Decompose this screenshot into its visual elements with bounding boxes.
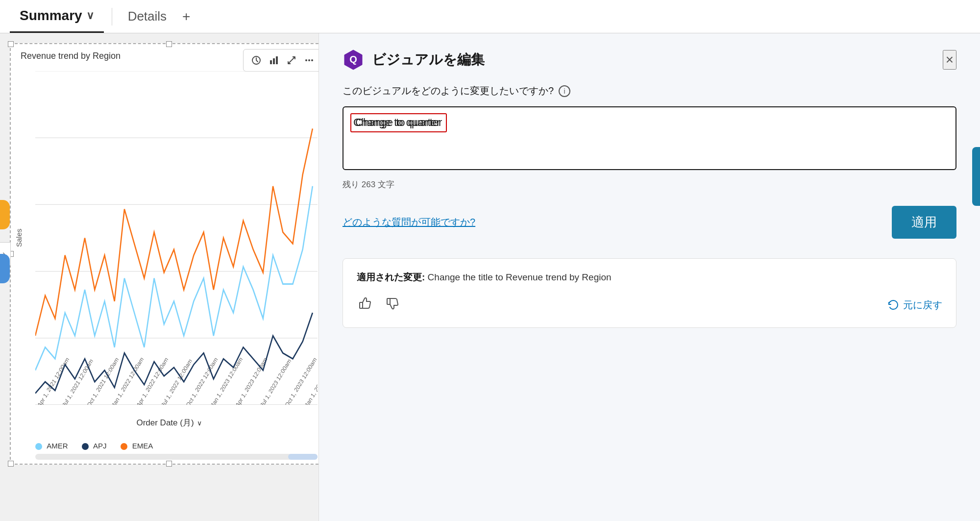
tab-add-button[interactable]: + xyxy=(174,0,198,33)
tab-details-label: Details xyxy=(128,9,167,24)
legend-apj-label: APJ xyxy=(93,442,107,450)
applied-text: 適用された変更: Change the title to Revenue tre… xyxy=(357,271,942,285)
thumbs-down-button[interactable] xyxy=(384,295,402,316)
tab-details[interactable]: Details xyxy=(120,0,174,33)
chart-panel: › Revenue trend by Region xyxy=(10,43,328,465)
edit-panel-title-text: ビジュアルを編集 xyxy=(372,50,485,69)
chart-toolbar xyxy=(243,49,322,72)
resize-handle-top-left[interactable] xyxy=(8,41,14,47)
x-axis-label: Order Date (月) ∨ xyxy=(136,417,201,428)
legend-amer-dot xyxy=(35,443,42,450)
apply-button[interactable]: 適用 xyxy=(892,206,956,239)
svg-rect-2 xyxy=(273,58,275,64)
tab-bar: Summary ∨ Details + xyxy=(0,0,980,33)
undo-label: 元に戻す xyxy=(903,298,942,312)
svg-line-4 xyxy=(292,57,295,60)
clock-icon[interactable] xyxy=(248,52,264,68)
x-axis-chevron: ∨ xyxy=(197,419,202,427)
tab-chevron-icon: ∨ xyxy=(86,9,94,22)
expand-icon[interactable] xyxy=(284,52,299,68)
right-accent xyxy=(972,147,980,206)
svg-rect-1 xyxy=(270,60,272,64)
legend-apj-dot xyxy=(82,443,89,450)
svg-point-8 xyxy=(311,59,313,61)
chart-scrollbar-thumb[interactable] xyxy=(288,454,318,460)
svg-line-5 xyxy=(288,60,292,64)
more-icon[interactable] xyxy=(301,52,317,68)
quicksight-icon: Q xyxy=(343,49,364,71)
tab-summary-label: Summary xyxy=(20,8,82,24)
resize-handle-bot-mid[interactable] xyxy=(166,461,172,467)
applied-change: Change the title to Revenue trend by Reg… xyxy=(428,272,612,282)
applied-label: 適用された変更: xyxy=(357,272,425,282)
legend-emea: EMEA xyxy=(121,442,153,450)
legend-emea-dot xyxy=(121,443,127,450)
edit-input[interactable] xyxy=(343,106,956,170)
chart-area: $50.0... $40.0... $30.0... $20.0... $10.… xyxy=(35,71,318,405)
char-count: 残り 263 文字 xyxy=(343,179,956,190)
info-icon[interactable]: i xyxy=(559,85,570,97)
what-link[interactable]: どのような質問が可能ですか? xyxy=(343,216,475,229)
undo-button[interactable]: 元に戻す xyxy=(887,298,942,312)
legend-emea-label: EMEA xyxy=(132,442,153,450)
y-axis-label: Sales xyxy=(15,71,23,405)
thumbs-up-button[interactable] xyxy=(357,295,374,316)
svg-rect-36 xyxy=(360,302,363,308)
left-accent-top xyxy=(0,200,10,229)
chart-legend: AMER APJ EMEA xyxy=(35,442,153,450)
legend-amer-label: AMER xyxy=(47,442,68,450)
resize-handle-bot-left[interactable] xyxy=(8,461,14,467)
left-accent-bot xyxy=(0,254,10,283)
prompt-label: このビジュアルをどのように変更したいですか? i xyxy=(343,84,956,98)
legend-apj: APJ xyxy=(82,442,107,450)
chart-icon[interactable] xyxy=(266,52,282,68)
feedback-buttons xyxy=(357,295,402,316)
tab-summary[interactable]: Summary ∨ xyxy=(10,0,104,33)
svg-rect-37 xyxy=(387,298,390,304)
chart-title: Revenue trend by Region xyxy=(21,51,121,61)
svg-rect-3 xyxy=(276,56,278,64)
tab-add-icon: + xyxy=(182,9,190,25)
applied-section: 適用された変更: Change the title to Revenue tre… xyxy=(343,258,956,328)
resize-handle-top-mid[interactable] xyxy=(166,41,172,47)
prompt-label-text: このビジュアルをどのように変更したいですか? xyxy=(343,84,554,98)
chart-scrollbar[interactable] xyxy=(35,454,318,460)
tab-separator xyxy=(112,8,112,25)
applied-actions: 元に戻す xyxy=(357,295,942,316)
legend-amer: AMER xyxy=(35,442,68,450)
svg-text:Q: Q xyxy=(349,54,357,65)
textarea-wrapper: Change to quarter xyxy=(343,106,956,172)
svg-point-6 xyxy=(305,59,307,61)
svg-point-7 xyxy=(308,59,310,61)
edit-panel-title: Q ビジュアルを編集 xyxy=(343,49,485,71)
close-button[interactable]: × xyxy=(943,50,956,70)
edit-panel-header: Q ビジュアルを編集 × xyxy=(343,49,956,71)
edit-actions: どのような質問が可能ですか? 適用 xyxy=(343,206,956,239)
main-area: › Revenue trend by Region xyxy=(0,33,980,521)
x-axis-text: Order Date (月) xyxy=(136,417,194,428)
edit-panel: Q ビジュアルを編集 × このビジュアルをどのように変更したいですか? i Ch… xyxy=(318,33,980,521)
